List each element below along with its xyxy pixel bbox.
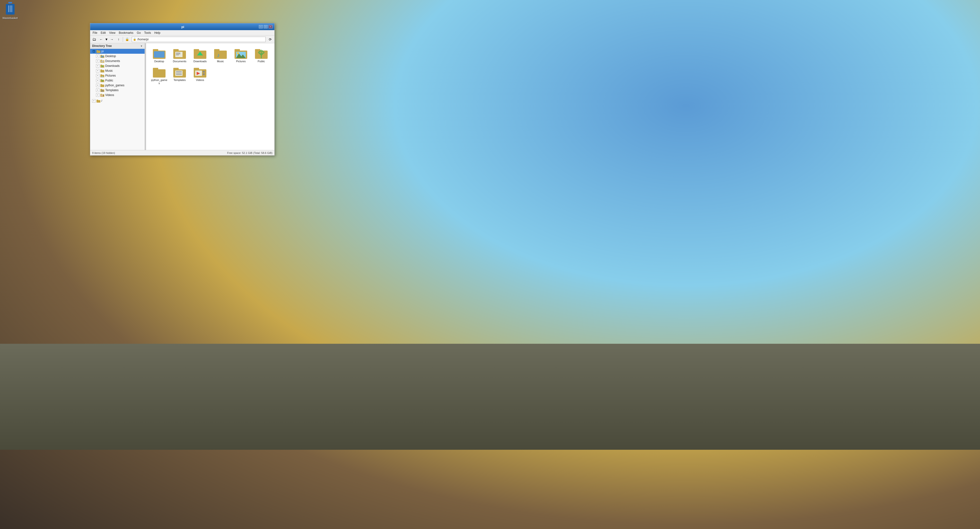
- file-item-documents[interactable]: Documents: [170, 47, 189, 64]
- sidebar-item-desktop-label: Desktop: [105, 54, 116, 58]
- sidebar-header[interactable]: Directory Tree ▼: [90, 43, 145, 49]
- public-expand-btn[interactable]: +: [96, 79, 99, 82]
- sidebar-item-pictures[interactable]: + Pictures: [95, 73, 145, 78]
- pictures-expand-btn[interactable]: +: [96, 74, 99, 77]
- sidebar-item-videos[interactable]: + Videos: [95, 92, 145, 97]
- toolbar-home-button[interactable]: 🔒: [124, 37, 130, 42]
- pictures-label: Pictures: [236, 60, 246, 63]
- videos-label: Videos: [196, 78, 204, 82]
- templates-expand-btn[interactable]: +: [96, 89, 99, 92]
- desktop-folder-big: [153, 48, 165, 59]
- file-item-music[interactable]: ♪ Music: [211, 47, 230, 64]
- toolbar-forward-button[interactable]: →: [109, 37, 115, 42]
- menu-help[interactable]: Help: [153, 30, 162, 35]
- address-text: /home/pi: [137, 38, 264, 41]
- close-button[interactable]: ×: [269, 25, 272, 29]
- svg-rect-46: [154, 51, 165, 57]
- downloads-label: Downloads: [194, 60, 207, 63]
- svg-rect-6: [97, 50, 98, 51]
- toolbar-back-button[interactable]: ←: [98, 37, 104, 42]
- status-space-text: Free space: 52.1 GiB (Total: 58.6 GiB): [227, 151, 272, 155]
- videos-folder-big: [194, 67, 206, 78]
- sidebar-item-python-games-label: python_games: [105, 84, 124, 87]
- sidebar-item-documents[interactable]: + Documents: [95, 59, 145, 64]
- music-folder-icon: ♪: [100, 69, 104, 72]
- back-dropdown[interactable]: ▾: [105, 37, 108, 42]
- sidebar: Directory Tree ▼ − pi +: [90, 43, 145, 150]
- file-item-videos[interactable]: Videos: [191, 66, 209, 86]
- sidebar-item-templates[interactable]: + Templates: [95, 88, 145, 92]
- documents-folder-big: [173, 48, 186, 59]
- sidebar-item-public[interactable]: + Public: [95, 78, 145, 83]
- file-item-public[interactable]: Public: [252, 47, 270, 64]
- videos-folder-icon: [100, 93, 104, 97]
- root-folder-icon: [97, 99, 100, 103]
- svg-text:♪: ♪: [101, 70, 102, 72]
- file-item-pictures[interactable]: Pictures: [232, 47, 250, 64]
- svg-rect-22: [100, 74, 102, 75]
- python-games-expand-btn[interactable]: +: [96, 84, 99, 87]
- address-bar[interactable]: 🔒 /home/pi: [132, 37, 266, 42]
- sidebar-item-pi[interactable]: − pi: [90, 49, 145, 54]
- svg-rect-2: [8, 5, 9, 12]
- menu-bookmarks[interactable]: Bookmarks: [118, 30, 135, 35]
- downloads-expand-btn[interactable]: +: [96, 64, 99, 68]
- pi-expand-btn[interactable]: −: [92, 49, 95, 53]
- file-item-desktop[interactable]: Desktop: [150, 47, 169, 64]
- svg-rect-0: [8, 2, 12, 3]
- sidebar-item-downloads[interactable]: + Downloads: [95, 64, 145, 68]
- menu-go[interactable]: Go: [135, 30, 142, 35]
- svg-rect-51: [176, 54, 180, 54]
- menu-file[interactable]: File: [91, 30, 99, 35]
- menu-edit[interactable]: Edit: [99, 30, 107, 35]
- address-lock-icon: 🔒: [133, 38, 136, 41]
- file-area: Desktop Documents: [146, 43, 274, 150]
- svg-rect-39: [103, 95, 103, 95]
- documents-label: Documents: [173, 60, 186, 63]
- wastebasket-label: Wastebasket: [2, 16, 18, 19]
- sidebar-item-root[interactable]: + /: [90, 99, 145, 103]
- svg-rect-3: [10, 5, 10, 12]
- file-item-downloads[interactable]: Downloads: [191, 47, 209, 64]
- svg-rect-70: [153, 68, 158, 71]
- svg-rect-52: [176, 55, 179, 55]
- sidebar-item-python-games[interactable]: + python_games: [95, 83, 145, 88]
- sidebar-item-templates-label: Templates: [105, 89, 119, 92]
- sidebar-item-pictures-label: Pictures: [105, 74, 116, 77]
- svg-rect-57: [214, 49, 220, 52]
- desktop-expand-btn[interactable]: +: [96, 54, 99, 58]
- title-bar: pi − □ ×: [90, 23, 274, 30]
- svg-rect-54: [194, 49, 199, 52]
- wastebasket-icon[interactable]: Wastebasket: [2, 2, 18, 19]
- toolbar-reload-button[interactable]: ⟳: [267, 37, 274, 42]
- menu-bar: File Edit View Bookmarks Go Tools Help: [90, 30, 274, 35]
- svg-rect-75: [176, 73, 182, 73]
- svg-text:♪: ♪: [217, 52, 220, 58]
- svg-rect-50: [176, 53, 180, 53]
- file-item-templates[interactable]: Templates: [170, 66, 189, 86]
- toolbar-up-button[interactable]: ↑: [115, 37, 122, 42]
- public-folder-big: [255, 48, 267, 59]
- sidebar-item-downloads-label: Downloads: [105, 64, 119, 68]
- wastebasket-svg: [5, 2, 16, 14]
- toolbar-new-tab-button[interactable]: 🗂: [91, 37, 97, 42]
- videos-expand-btn[interactable]: +: [96, 93, 99, 97]
- file-item-python-games[interactable]: python_games: [150, 66, 169, 86]
- sidebar-item-public-label: Public: [105, 79, 113, 82]
- pictures-folder-icon: [100, 74, 104, 77]
- maximize-button[interactable]: □: [264, 25, 267, 29]
- minimize-button[interactable]: −: [259, 25, 263, 29]
- root-expand-btn[interactable]: +: [92, 99, 95, 103]
- menu-view[interactable]: View: [108, 30, 117, 35]
- svg-point-63: [237, 52, 239, 54]
- svg-rect-34: [101, 91, 103, 91]
- documents-expand-btn[interactable]: +: [96, 59, 99, 63]
- python-games-label: python_games: [151, 78, 167, 85]
- file-manager-window: pi − □ × File Edit View Bookmarks Go Too…: [90, 23, 275, 156]
- sidebar-dropdown-arrow: ▼: [140, 45, 143, 48]
- music-expand-btn[interactable]: +: [96, 69, 99, 72]
- sidebar-item-desktop[interactable]: + Desktop: [95, 54, 145, 59]
- menu-tools[interactable]: Tools: [143, 30, 153, 35]
- sidebar-item-music[interactable]: + ♪ Music: [95, 68, 145, 73]
- sidebar-item-documents-label: Documents: [105, 59, 120, 63]
